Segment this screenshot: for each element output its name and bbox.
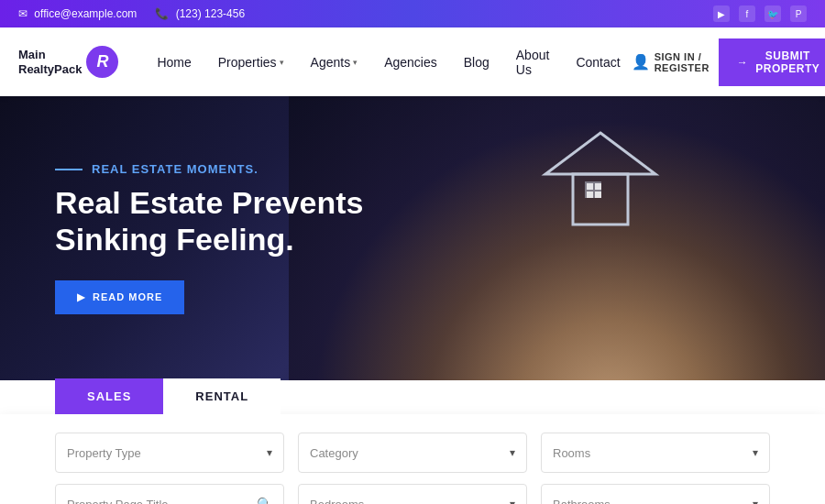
property-tabs: SALES RENTAL (0, 378, 825, 414)
nav-contact[interactable]: Contact (565, 48, 631, 77)
read-more-button[interactable]: ▶ READ MORE (55, 280, 184, 314)
chevron-down-icon: ▾ (510, 498, 515, 504)
phone-icon: 📞 (155, 7, 169, 20)
tab-rental[interactable]: RENTAL (163, 378, 280, 414)
user-icon: 👤 (632, 53, 650, 71)
facebook-icon[interactable]: f (739, 5, 755, 22)
navbar: Main RealtyPack R Home Properties ▾ Agen… (0, 27, 825, 96)
top-bar: ✉ office@example.com 📞 (123) 123-456 ▶ f… (0, 0, 825, 27)
nav-about-us[interactable]: About Us (505, 40, 561, 84)
rooms-dropdown[interactable]: Rooms ▾ (541, 433, 770, 473)
social-links: ▶ f 🐦 P (713, 5, 807, 22)
logo-text: Main RealtyPack (18, 48, 82, 76)
svg-rect-5 (587, 192, 593, 198)
chevron-down-icon: ▾ (353, 58, 358, 67)
logo[interactable]: Main RealtyPack R (18, 46, 118, 78)
property-type-dropdown[interactable]: Property Type ▾ (55, 433, 284, 473)
hero-section: REAL ESTATE MOMENTS. Real Estate Prevent… (0, 96, 825, 380)
svg-rect-3 (587, 183, 593, 190)
search-row-2: Property Page Title 🔍 Bedrooms ▾ Bathroo… (55, 484, 770, 504)
nav-links: Home Properties ▾ Agents ▾ Agencies Blog… (146, 40, 631, 84)
svg-rect-6 (595, 192, 601, 198)
search-row-1: Property Type ▾ Category ▾ Rooms ▾ (55, 433, 770, 473)
search-section: Property Type ▾ Category ▾ Rooms ▾ Prope… (0, 414, 825, 504)
nav-agents[interactable]: Agents ▾ (300, 48, 369, 77)
phone-contact[interactable]: 📞 (123) 123-456 (155, 7, 245, 20)
top-bar-contact: ✉ office@example.com 📞 (123) 123-456 (18, 7, 245, 20)
hero-subtitle: REAL ESTATE MOMENTS. (55, 162, 363, 176)
search-icon: 🔍 (257, 497, 272, 504)
svg-marker-0 (545, 133, 655, 174)
tab-sales[interactable]: SALES (55, 378, 163, 414)
email-icon: ✉ (18, 7, 28, 20)
chevron-down-icon: ▾ (280, 58, 284, 67)
house-illustration (541, 128, 660, 229)
pinterest-icon[interactable]: P (790, 5, 807, 22)
chevron-down-icon: ▾ (510, 446, 515, 459)
property-title-input[interactable]: Property Page Title 🔍 (55, 484, 284, 504)
submit-property-button[interactable]: → SUBMIT PROPERTY (719, 38, 825, 86)
nav-home[interactable]: Home (146, 48, 202, 77)
email-contact[interactable]: ✉ office@example.com (18, 7, 137, 20)
nav-actions: 👤 SIGN IN / REGISTER → SUBMIT PROPERTY (632, 38, 825, 86)
svg-rect-4 (595, 183, 601, 190)
bathrooms-dropdown[interactable]: Bathrooms ▾ (541, 484, 770, 504)
chevron-down-icon: ▾ (753, 498, 758, 504)
nav-properties[interactable]: Properties ▾ (207, 48, 295, 77)
nav-blog[interactable]: Blog (453, 48, 500, 77)
bedrooms-dropdown[interactable]: Bedrooms ▾ (298, 484, 527, 504)
arrow-icon: → (737, 56, 749, 69)
chevron-down-icon: ▾ (753, 446, 758, 459)
category-dropdown[interactable]: Category ▾ (298, 433, 527, 473)
sign-in-link[interactable]: 👤 SIGN IN / REGISTER (632, 51, 710, 73)
youtube-icon[interactable]: ▶ (713, 5, 730, 22)
nav-agencies[interactable]: Agencies (373, 48, 448, 77)
logo-icon: R (86, 46, 118, 78)
twitter-icon[interactable]: 🐦 (764, 5, 781, 22)
hero-title: Real Estate Prevents Sinking Feeling. (55, 185, 363, 257)
chevron-down-icon: ▾ (267, 446, 272, 459)
arrow-right-icon: ▶ (77, 291, 85, 303)
